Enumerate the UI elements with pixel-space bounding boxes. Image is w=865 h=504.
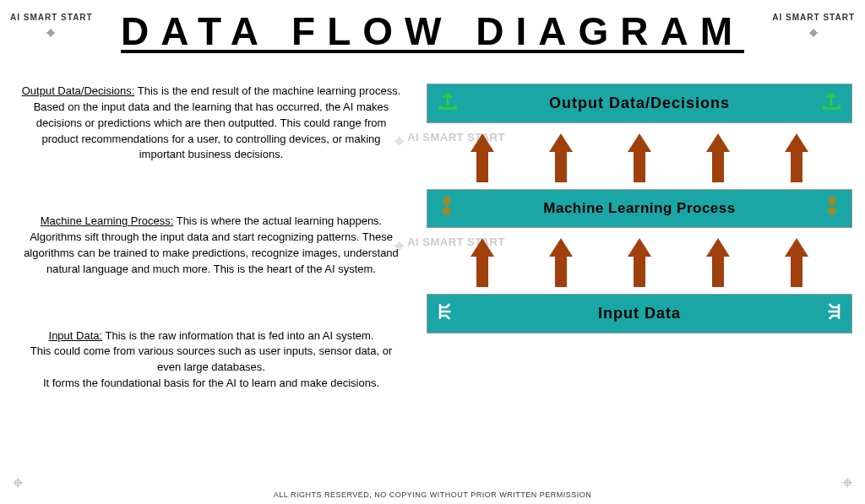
input-icon <box>818 299 843 329</box>
gear-icon <box>436 193 458 224</box>
arrows-row-upper: ⌖ AI SMART START <box>427 123 852 189</box>
upload-icon <box>436 89 460 118</box>
up-arrow-icon <box>549 238 573 257</box>
output-box-label: Output Data/Decisions <box>549 95 730 112</box>
up-arrow-icon <box>549 133 573 152</box>
svg-point-7 <box>831 210 834 213</box>
input-label: Input Data: <box>49 329 103 342</box>
up-arrow-icon <box>471 133 494 152</box>
page-title: DATA FLOW DIAGRAM <box>121 8 744 54</box>
up-arrow-icon <box>628 133 651 152</box>
svg-point-3 <box>446 210 449 213</box>
ml-description: Machine Learning Process: This is where … <box>13 214 410 277</box>
up-arrow-icon <box>628 238 651 257</box>
up-arrow-icon <box>706 133 730 152</box>
output-box: Output Data/Decisions <box>427 84 852 123</box>
brand-logo-top-right: AI SMART START ⌖ <box>772 13 855 43</box>
content-area: Output Data/Decisions: This is the end r… <box>0 54 865 404</box>
svg-point-1 <box>446 200 449 203</box>
input-icon <box>436 299 461 329</box>
header: AI SMART START ⌖ DATA FLOW DIAGRAM AI SM… <box>0 0 865 54</box>
ml-label: Machine Learning Process: <box>41 214 174 227</box>
arrows-row-lower: ⌖ AI SMART START <box>427 228 852 294</box>
diagram-column: Output Data/Decisions ⌖ AI SMART START M… <box>427 71 852 404</box>
up-arrow-icon <box>706 238 730 257</box>
brand-text: AI SMART START <box>772 13 855 22</box>
up-arrow-icon <box>471 238 494 257</box>
output-description: Output Data/Decisions: This is the end r… <box>13 84 410 163</box>
input-text-2: This could come from various sources suc… <box>30 344 392 373</box>
input-box-label: Input Data <box>598 305 681 322</box>
input-description: Input Data: This is the raw information … <box>13 328 410 392</box>
input-text-1: This is the raw information that is fed … <box>106 329 374 342</box>
svg-point-5 <box>831 200 834 203</box>
brand-text: AI SMART START <box>10 13 93 22</box>
ml-box: Machine Learning Process <box>427 189 852 228</box>
up-arrow-icon <box>785 238 808 257</box>
bulb-icon: ⌖ <box>772 24 855 43</box>
input-text-3: It forms the foundational basis for the … <box>43 377 379 389</box>
brand-logo-top-left: AI SMART START ⌖ <box>10 13 93 43</box>
input-box: Input Data <box>427 294 852 333</box>
gear-icon <box>821 193 843 224</box>
descriptions-column: Output Data/Decisions: This is the end r… <box>13 71 410 404</box>
ml-box-label: Machine Learning Process <box>543 200 735 217</box>
up-arrow-icon <box>785 133 808 152</box>
bulb-icon: ⌖ <box>10 24 93 43</box>
upload-icon <box>819 89 843 118</box>
footer-copyright: ALL RIGHTS RESERVED, NO COPYING WITHOUT … <box>0 490 865 499</box>
output-label: Output Data/Decisions: <box>22 84 135 97</box>
